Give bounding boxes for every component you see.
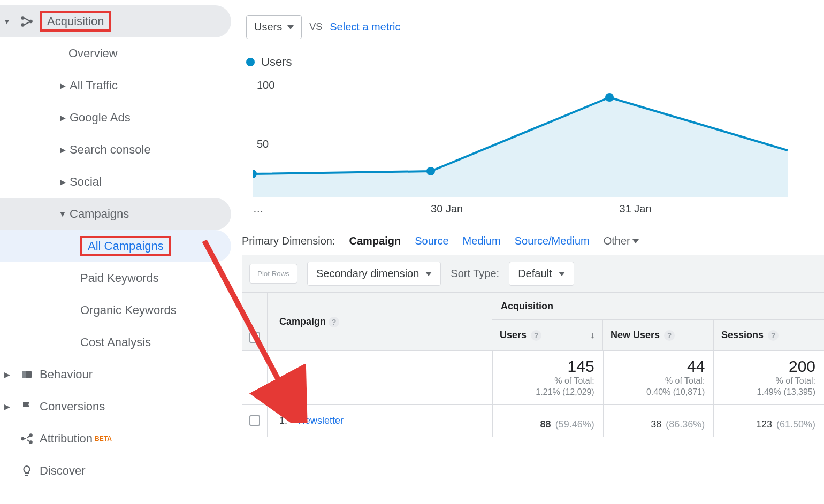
table-controls: Plot Rows Secondary dimension Sort Type:… [242,255,824,293]
chevron-down-icon [425,272,432,276]
table-header: Campaign ? Acquisition Users ? ↓ New Use… [242,293,824,351]
svg-point-11 [605,93,614,102]
chevron-down-icon [287,25,294,29]
flag-icon [14,400,40,413]
help-icon[interactable]: ? [531,330,541,341]
dimension-source[interactable]: Source [415,235,448,247]
svg-point-1 [21,24,24,26]
table-totals-row: 145 % of Total: 1.21% (12,029) 44 % of T… [242,351,824,405]
col-campaign[interactable]: Campaign ? [268,293,492,350]
metric-selector-row: Users VS Select a metric [246,15,824,39]
chevron-down-icon: ▼ [0,17,14,26]
sidebar: ▼ Acquisition Overview ▶ All Traffic ▶ G… [0,0,231,504]
nav-all-campaigns[interactable]: All Campaigns [0,230,231,262]
vs-label: VS [309,21,322,33]
col-users[interactable]: Users ? ↓ [492,320,602,350]
svg-point-6 [29,434,32,436]
svg-point-2 [29,20,32,22]
attribution-icon [14,432,40,446]
help-icon[interactable]: ? [329,317,339,327]
svg-point-10 [426,167,435,175]
data-table: Campaign ? Acquisition Users ? ↓ New Use… [242,293,824,437]
nav-acquisition[interactable]: ▼ Acquisition [0,5,231,37]
nav-discover[interactable]: Discover [0,455,231,487]
chevron-down-icon [559,272,565,276]
nav-organic-keywords[interactable]: Organic Keywords [0,294,231,326]
chevron-right-icon: ▶ [56,178,70,186]
chart: Users 100 50 … 30 Jan 31 Jan [246,55,824,213]
svg-rect-4 [22,371,26,378]
col-group-acquisition: Acquisition [492,293,824,320]
chevron-right-icon: ▶ [56,113,70,122]
chevron-down-icon [632,239,639,243]
nav-cost-analysis[interactable]: Cost Analysis [0,326,231,358]
sort-type-dropdown[interactable]: Default [509,262,574,286]
primary-metric-dropdown[interactable]: Users [246,15,302,39]
svg-point-0 [21,17,24,19]
nav-paid-keywords[interactable]: Paid Keywords [0,262,231,294]
beta-badge: BETA [95,435,112,442]
row-checkbox[interactable] [242,405,268,437]
main-content: Users VS Select a metric Users 100 50 [231,0,824,504]
nav-all-traffic[interactable]: ▶ All Traffic [0,70,231,102]
select-metric-link[interactable]: Select a metric [330,21,400,33]
nav-acquisition-label: Acquisition [47,14,104,28]
nav-campaigns[interactable]: ▼ Campaigns [0,198,231,230]
svg-point-5 [21,438,24,440]
chevron-right-icon: ▶ [0,370,14,379]
nav-google-ads[interactable]: ▶ Google Ads [0,102,231,134]
behaviour-icon [14,368,40,381]
help-icon[interactable]: ? [768,330,779,341]
table-row[interactable]: 1. Newsletter 88 (59.46%) 38 (86.36%) 12… [242,405,824,437]
dimension-medium[interactable]: Medium [463,235,501,247]
nav-attribution[interactable]: Attribution BETA [0,423,231,455]
primary-dimension-row: Primary Dimension: Campaign Source Mediu… [242,235,824,247]
dimension-source-medium[interactable]: Source/Medium [515,235,590,247]
nav-conversions[interactable]: ▶ Conversions [0,391,231,423]
chart-legend: Users [246,55,824,69]
plot-rows-button[interactable]: Plot Rows [249,264,297,284]
sort-desc-icon: ↓ [590,330,595,341]
svg-point-7 [29,441,32,443]
help-icon[interactable]: ? [664,330,675,341]
chevron-right-icon: ▶ [56,81,70,90]
nav-overview[interactable]: Overview [0,37,231,70]
acquisition-icon [14,14,40,28]
nav-behaviour[interactable]: ▶ Behaviour [0,358,231,391]
dimension-other[interactable]: Other [604,235,639,247]
lightbulb-icon [14,464,40,477]
dimension-campaign[interactable]: Campaign [349,235,401,247]
chart-plot [253,80,788,197]
nav-search-console[interactable]: ▶ Search console [0,134,231,166]
col-sessions[interactable]: Sessions ? [713,320,824,350]
col-new-users[interactable]: New Users ? [602,320,713,350]
chevron-right-icon: ▶ [0,402,14,411]
legend-dot-icon [246,58,255,66]
secondary-dimension-dropdown[interactable]: Secondary dimension [307,262,441,286]
nav-social[interactable]: ▶ Social [0,166,231,198]
chevron-down-icon: ▼ [56,210,70,218]
campaign-link[interactable]: Newsletter [298,415,344,426]
chevron-right-icon: ▶ [56,146,70,154]
select-all-checkbox[interactable] [242,293,268,350]
